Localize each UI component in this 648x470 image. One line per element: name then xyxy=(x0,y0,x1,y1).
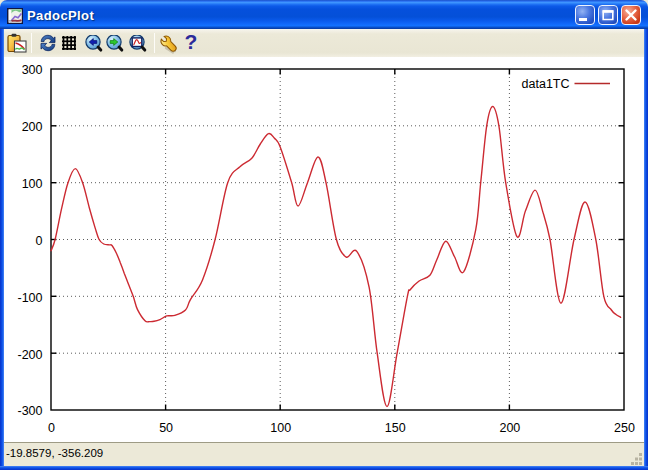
svg-text:100: 100 xyxy=(22,177,43,191)
svg-text:300: 300 xyxy=(22,63,43,77)
svg-text:0: 0 xyxy=(48,421,55,435)
svg-text:-300: -300 xyxy=(17,404,42,418)
svg-text:200: 200 xyxy=(499,421,520,435)
svg-text:50: 50 xyxy=(159,421,173,435)
svg-text:-200: -200 xyxy=(17,348,42,362)
svg-text:150: 150 xyxy=(385,421,406,435)
svg-text:200: 200 xyxy=(22,120,43,134)
svg-text:100: 100 xyxy=(270,421,291,435)
svg-text:0: 0 xyxy=(36,234,43,248)
svg-text:data1TC: data1TC xyxy=(522,77,570,91)
svg-text:-100: -100 xyxy=(17,291,42,305)
svg-text:250: 250 xyxy=(614,421,635,435)
